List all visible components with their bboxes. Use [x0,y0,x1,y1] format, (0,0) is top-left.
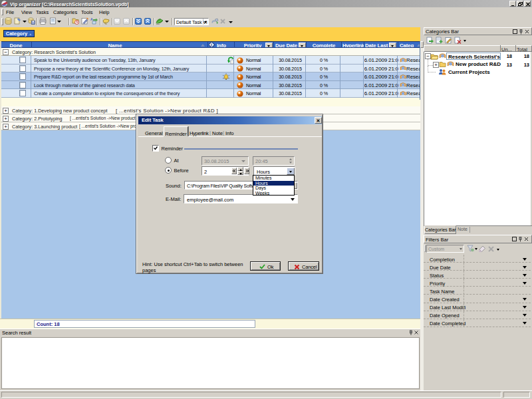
svg-text:A: A [90,17,93,21]
svg-text:i: i [211,43,212,47]
